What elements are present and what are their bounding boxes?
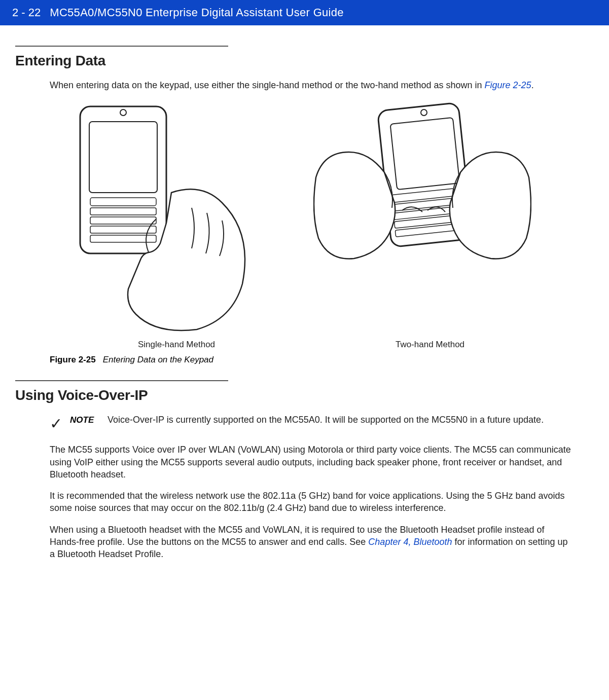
header-title: MC55A0/MC55N0 Enterprise Digital Assista… [50,6,344,19]
figure-two-hand [313,101,531,289]
device-two-hand-illustration [313,101,531,289]
figure-single-hand [50,101,268,335]
page-body: Entering Data When entering data on the … [0,25,609,585]
page-number: 2 - 22 [12,6,41,19]
voip-para-1: The MC55 supports Voice over IP over WLA… [50,444,574,481]
svg-rect-4 [90,208,156,215]
intro-text-post: . [531,80,534,90]
svg-rect-5 [90,217,156,224]
figure-label-row: Figure 2-25Entering Data on the Keypad [50,355,574,365]
svg-rect-1 [89,122,157,193]
caption-two-hand: Two-hand Method [303,340,557,350]
page-header: 2 - 22 MC55A0/MC55N0 Enterprise Digital … [0,0,609,25]
figure-title: Entering Data on the Keypad [103,355,213,364]
figure-block: Single-hand Method Two-hand Method Figur… [50,101,574,365]
note-block: ✓ NOTE Voice-Over-IP is currently suppor… [50,414,574,432]
figure-link[interactable]: Figure 2-25 [485,80,531,90]
figure-number: Figure 2-25 [50,355,96,364]
intro-text-pre: When entering data on the keypad, use ei… [50,80,485,90]
svg-rect-6 [90,226,156,233]
svg-rect-3 [90,198,156,206]
note-label: NOTE [70,414,100,425]
note-text: Voice-Over-IP is currently supported on … [108,414,544,426]
intro-paragraph: When entering data on the keypad, use ei… [50,79,574,91]
svg-rect-9 [390,118,460,190]
voip-para-3: When using a Bluetooth headset with the … [50,524,574,561]
caption-single-hand: Single-hand Method [50,340,303,350]
section-heading-entering-data: Entering Data [15,46,228,69]
chapter-link[interactable]: Chapter 4, Bluetooth [368,537,452,547]
voip-para-2: It is recommended that the wireless netw… [50,490,574,514]
figure-images-row [50,101,574,335]
checkmark-icon: ✓ [50,414,70,432]
device-single-hand-illustration [50,101,268,335]
section-heading-voip: Using Voice-Over-IP [15,380,228,403]
figure-captions-row: Single-hand Method Two-hand Method [50,340,574,350]
